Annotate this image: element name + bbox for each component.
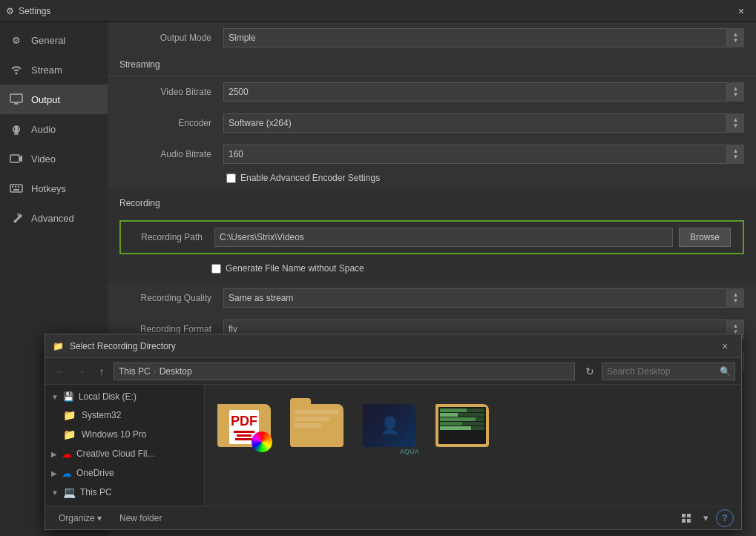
system32-label: System32: [82, 410, 121, 420]
video-bitrate-row: Video Bitrate ▲ ▼: [108, 76, 756, 107]
screen-bar1: [440, 408, 484, 412]
pdf-bar2: [237, 434, 252, 437]
folder-line3: [295, 423, 321, 428]
expand-arrow-onedrive: ▶: [51, 469, 57, 477]
folder-thumb-3: 👤 AQUA: [360, 396, 419, 455]
close-button[interactable]: ×: [732, 2, 750, 20]
encoder-label: Encoder: [119, 118, 223, 128]
sidebar-label-audio: Audio: [31, 124, 56, 135]
bar-fill2: [440, 413, 458, 417]
folder-thumb-2: [287, 396, 346, 455]
sidebar-label-stream: Stream: [31, 64, 62, 76]
person-silhouette: 👤: [380, 416, 400, 435]
breadcrumb-this-pc[interactable]: This PC: [119, 366, 151, 377]
sidebar-item-output[interactable]: Output: [0, 85, 108, 114]
organize-button[interactable]: Organize ▾: [53, 510, 108, 526]
svg-rect-8: [10, 185, 22, 192]
help-button[interactable]: ?: [716, 509, 734, 527]
output-mode-select-wrapper: Simple ▲ ▼: [223, 28, 744, 47]
video-icon: [9, 151, 24, 166]
this-pc-label: This PC: [80, 487, 112, 497]
folder-item-2[interactable]: [283, 391, 350, 463]
expand-arrow-local-disk: ▼: [51, 393, 59, 401]
screen-bar4: [440, 422, 484, 426]
fd-sidebar: ▼ 💾 Local Disk (E:) 📁 System32 📁 Windows…: [45, 385, 205, 506]
sidebar-label-general: General: [31, 35, 65, 46]
back-button[interactable]: ←: [51, 363, 69, 380]
browse-button[interactable]: Browse: [679, 228, 731, 247]
title-bar-left: ⚙ Settings: [6, 6, 50, 16]
file-dialog-titlebar: 📁 Select Recording Directory ×: [45, 334, 741, 358]
output-mode-select[interactable]: Simple: [223, 28, 744, 47]
disk-icon: 💾: [63, 391, 74, 402]
view-icons: ▾ ?: [677, 509, 734, 527]
svg-rect-9: [12, 186, 13, 188]
sidebar-label-output: Output: [31, 94, 60, 105]
sidebar-item-video[interactable]: Video: [0, 144, 108, 173]
sidebar-item-advanced[interactable]: Advanced: [0, 203, 108, 233]
up-button[interactable]: ↑: [93, 363, 111, 380]
sidebar-item-windows10[interactable]: 📁 Windows 10 Pro: [45, 425, 204, 444]
sidebar-item-general[interactable]: ⚙ General: [0, 25, 108, 55]
sidebar-item-this-pc[interactable]: ▼ 💻 This PC: [45, 483, 204, 502]
forward-button[interactable]: →: [72, 363, 90, 380]
sidebar-item-stream[interactable]: Stream: [0, 55, 108, 85]
recording-path-input[interactable]: [214, 228, 673, 247]
folder-icon-windows10: 📁: [63, 429, 76, 440]
pdf-bar3: [235, 438, 253, 440]
file-dialog-close-button[interactable]: ×: [716, 337, 734, 355]
recording-quality-label: Recording Quality: [119, 293, 223, 303]
sidebar-item-local-disk[interactable]: ▼ 💾 Local Disk (E:): [45, 388, 204, 406]
output-mode-row: Output Mode Simple ▲ ▼: [108, 22, 756, 53]
bar-fill5: [440, 426, 471, 430]
encoder-select[interactable]: Software (x264): [223, 113, 744, 133]
generate-filename-row: Generate File Name without Space: [108, 260, 756, 277]
recording-quality-select-wrapper: Same as stream ▲ ▼: [223, 288, 744, 308]
folder-icon-system32: 📁: [63, 409, 76, 421]
sidebar-item-hotkeys[interactable]: Hotkeys: [0, 173, 108, 203]
file-dialog-title-text: Select Recording Directory: [70, 341, 176, 351]
new-folder-button[interactable]: New folder: [114, 510, 168, 526]
folder-item-4[interactable]: [429, 391, 496, 463]
encoder-row: Encoder Software (x264) ▲ ▼: [108, 107, 756, 139]
recording-path-label: Recording Path: [133, 232, 214, 242]
recording-quality-row: Recording Quality Same as stream ▲ ▼: [108, 282, 756, 314]
screen-bar3: [440, 417, 484, 421]
enable-advanced-label: Enable Advanced Encoder Settings: [240, 173, 380, 183]
screen-bar5: [440, 426, 484, 430]
monitor-icon: [9, 92, 24, 107]
view-grid-button[interactable]: [677, 509, 695, 527]
pdf-text: PDF: [231, 414, 257, 429]
file-dialog-title: 📁 Select Recording Directory: [53, 341, 176, 351]
video-bitrate-wrapper: ▲ ▼: [223, 82, 744, 102]
svg-rect-4: [15, 126, 18, 132]
sidebar-item-onedrive[interactable]: ▶ ☁ OneDrive: [45, 463, 204, 483]
enable-advanced-row: Enable Advanced Encoder Settings: [108, 170, 756, 186]
sidebar-item-creative-cloud[interactable]: ▶ ☁ Creative Cloud Fil...: [45, 444, 204, 463]
view-dropdown-button[interactable]: ▾: [697, 509, 714, 527]
breadcrumb-desktop[interactable]: Desktop: [160, 366, 192, 377]
creative-cloud-label: Creative Cloud Fil...: [76, 449, 154, 459]
screen-bar2: [440, 413, 484, 417]
sidebar-item-audio[interactable]: Audio: [0, 114, 108, 144]
video-bitrate-input[interactable]: [223, 82, 744, 102]
wrench-icon: [9, 211, 24, 225]
search-input[interactable]: [602, 363, 735, 380]
generate-filename-checkbox[interactable]: [211, 264, 221, 274]
audio-bitrate-input[interactable]: [223, 145, 744, 164]
screenshot-inner: [438, 407, 486, 444]
encoder-select-wrapper: Software (x264) ▲ ▼: [223, 113, 744, 133]
sidebar-item-system32[interactable]: 📁 System32: [45, 406, 204, 425]
onedrive-label: OneDrive: [76, 468, 114, 478]
screenshot-folder: [435, 404, 489, 447]
expand-arrow-thispc: ▼: [51, 489, 59, 497]
sidebar-label-advanced: Advanced: [31, 213, 74, 224]
breadcrumb-sep1: ›: [154, 366, 157, 377]
recording-quality-select[interactable]: Same as stream: [223, 288, 744, 308]
enable-advanced-checkbox[interactable]: [226, 173, 236, 183]
recording-format-label: Recording Format: [119, 324, 223, 334]
folder-item-1[interactable]: PDF: [211, 391, 277, 463]
folder-item-3[interactable]: 👤 AQUA: [356, 391, 423, 463]
refresh-button[interactable]: ↻: [581, 363, 599, 380]
video-bitrate-label: Video Bitrate: [119, 87, 223, 97]
